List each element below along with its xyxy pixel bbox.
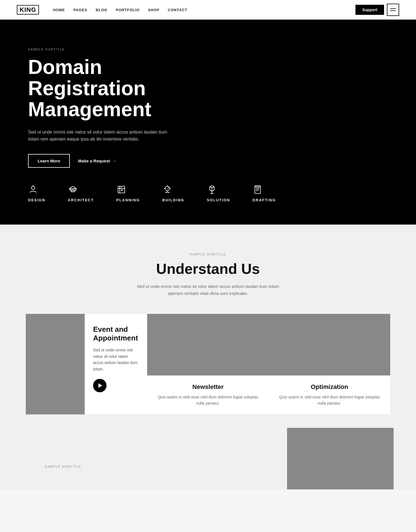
section-description: Sed ut unde omnis iste natus sit volur t… <box>130 283 286 297</box>
nav-contact[interactable]: CONTACT <box>168 8 188 12</box>
nav-shop[interactable]: SHOP <box>148 8 160 12</box>
building-label: BUILDING <box>162 198 184 202</box>
nav-portfolio[interactable]: PORTFOLIO <box>116 8 140 12</box>
icon-item-planning: PLANNING <box>116 185 140 202</box>
card-optimization-description: Quis autem in velit esse nihil illum dol… <box>276 394 383 407</box>
svg-line-15 <box>167 187 169 188</box>
card-optimization-title: Optimization <box>276 383 383 391</box>
solution-label: SOLUTION <box>207 198 230 202</box>
hero-section: SAMPLE SUBTITLE Domain Registration Mana… <box>0 20 416 225</box>
understand-section: SAMPLE SUBTITLE Understand Us Sed ut und… <box>0 225 416 442</box>
planning-label: PLANNING <box>116 198 140 202</box>
section-header: SAMPLE SUBTITLE Understand Us Sed ut und… <box>22 253 394 297</box>
design-icon <box>28 185 38 195</box>
hero-title: Domain Registration Management <box>28 57 196 120</box>
make-request-text: Make a Request <box>78 158 110 163</box>
nav-links: HOME PAGES BLOG PORTFOLIO SHOP CONTACT <box>53 7 187 12</box>
nav-blog[interactable]: BLOG <box>96 8 108 12</box>
logo[interactable]: KING <box>17 5 39 15</box>
make-request-link[interactable]: Make a Request → <box>78 158 116 163</box>
bottom-preview-section: SAMPLE SUBTITLE <box>0 442 416 489</box>
navbar-left: KING HOME PAGES BLOG PORTFOLIO SHOP CONT… <box>17 5 187 15</box>
card-newsletter-description: Quis autem in velit esse nihil illum dol… <box>154 394 262 407</box>
hero-buttons: Learn More Make a Request → <box>28 154 196 168</box>
svg-rect-4 <box>71 191 75 192</box>
svg-line-5 <box>70 186 73 188</box>
building-icon <box>162 185 172 195</box>
bottom-subtitle: SAMPLE SUBTITLE <box>45 465 81 468</box>
svg-line-20 <box>212 187 214 188</box>
card-newsletter-content: Newsletter Quis autem in velit esse nihi… <box>147 375 269 414</box>
card-large-content: Event and Appointment Sed ut unde omnis … <box>85 314 147 414</box>
icon-item-drafting: DRAFTING <box>253 185 276 202</box>
section-title: Understand Us <box>22 260 394 277</box>
card-large-title: Event and Appointment <box>93 325 139 342</box>
card-optimization: Optimization Quis autem in velit esse ni… <box>269 314 390 414</box>
navbar: KING HOME PAGES BLOG PORTFOLIO SHOP CONT… <box>0 0 416 20</box>
svg-point-0 <box>31 186 35 190</box>
play-button[interactable] <box>93 379 107 392</box>
bottom-image-placeholder <box>287 428 394 489</box>
learn-more-button[interactable]: Learn More <box>28 154 70 168</box>
icon-item-design: DESIGN <box>28 185 45 202</box>
menu-line-2 <box>390 10 396 11</box>
solution-icon <box>207 185 217 195</box>
hero-subtitle: SAMPLE SUBTITLE <box>28 48 196 51</box>
drafting-icon <box>253 185 263 195</box>
section-subtitle: SAMPLE SUBTITLE <box>22 253 394 256</box>
hamburger-menu-button[interactable] <box>387 4 399 16</box>
card-optimization-content: Optimization Quis autem in velit esse ni… <box>269 375 390 414</box>
planning-icon <box>116 185 126 195</box>
icon-item-building: BUILDING <box>162 185 184 202</box>
card-large-image <box>26 314 85 414</box>
card-newsletter-image <box>147 314 269 375</box>
cards-grid: Event and Appointment Sed ut unde omnis … <box>26 314 390 414</box>
hero-content: SAMPLE SUBTITLE Domain Registration Mana… <box>28 48 196 168</box>
nav-pages[interactable]: PAGES <box>73 8 87 12</box>
arrow-icon: → <box>112 158 116 163</box>
design-label: DESIGN <box>28 198 45 202</box>
card-large-description: Sed ut unde omnis iste natus sit volur t… <box>93 347 139 372</box>
icon-item-solution: SOLUTION <box>207 185 230 202</box>
card-event-appointment: Event and Appointment Sed ut unde omnis … <box>26 314 147 414</box>
nav-home[interactable]: HOME <box>53 8 65 12</box>
icon-item-architect: ARCHITECT <box>68 185 94 202</box>
card-optimization-image <box>269 314 390 375</box>
architect-icon <box>68 185 78 195</box>
card-newsletter: Newsletter Quis autem in velit esse nihi… <box>147 314 269 414</box>
svg-line-19 <box>210 187 212 188</box>
drafting-label: DRAFTING <box>253 198 276 202</box>
icon-bar: DESIGN ARCHITECT PLANNING <box>28 168 388 202</box>
navbar-right: Support <box>355 4 399 16</box>
card-newsletter-title: Newsletter <box>154 383 262 391</box>
architect-label: ARCHITECT <box>68 198 94 202</box>
svg-line-6 <box>73 186 76 188</box>
menu-line-1 <box>390 8 396 9</box>
hero-description: Sed ut unde omnis iste natus sit volur t… <box>28 129 174 143</box>
support-button[interactable]: Support <box>355 5 384 15</box>
